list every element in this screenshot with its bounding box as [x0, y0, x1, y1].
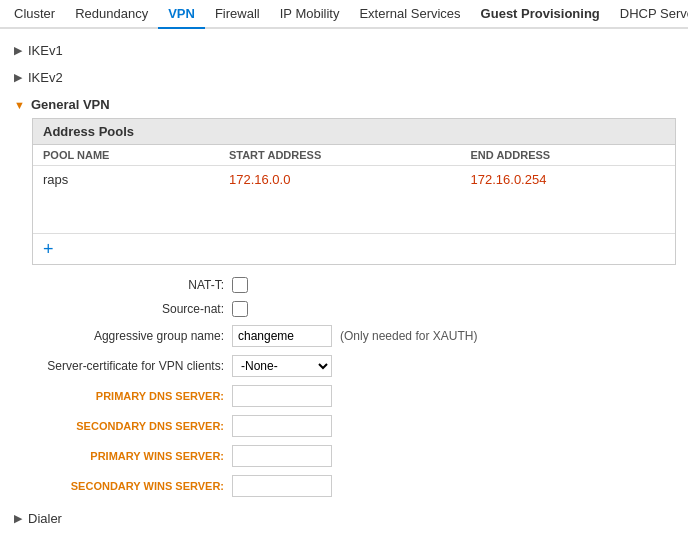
aggressive-group-input[interactable]	[232, 325, 332, 347]
sidebar-item-ikev2[interactable]: ▶ IKEv2	[12, 64, 676, 91]
secondary-wins-row: SECONDARY WINS SERVER:	[32, 475, 676, 497]
sidebar-item-shared-secrets[interactable]: ▶ Shared Secrets	[12, 532, 676, 539]
general-vpn-label: General VPN	[31, 97, 110, 112]
pool-name-cell: raps	[33, 166, 219, 194]
primary-wins-label: PRIMARY WINS SERVER:	[32, 450, 232, 462]
aggressive-group-label: Aggressive group name:	[32, 329, 232, 343]
main-content: ▶ IKEv1 ▶ IKEv2 ▼ General VPN Address Po…	[0, 29, 688, 539]
table-row[interactable]: raps 172.16.0.0 172.16.0.254	[33, 166, 675, 194]
primary-wins-input[interactable]	[232, 445, 332, 467]
nat-t-label: NAT-T:	[32, 278, 232, 292]
nat-t-row: NAT-T:	[32, 277, 676, 293]
col-pool-name: POOL NAME	[33, 145, 219, 166]
sidebar-item-label: IKEv2	[28, 70, 63, 85]
sidebar-item-ikev1[interactable]: ▶ IKEv1	[12, 37, 676, 64]
tab-redundancy[interactable]: Redundancy	[65, 0, 158, 29]
tab-cluster[interactable]: Cluster	[4, 0, 65, 29]
server-cert-select[interactable]: -None-	[232, 355, 332, 377]
sidebar-item-general-vpn[interactable]: ▼ General VPN	[12, 91, 676, 118]
tab-firewall[interactable]: Firewall	[205, 0, 270, 29]
tab-guest-provisioning[interactable]: Guest Provisioning	[471, 0, 610, 29]
add-row: +	[33, 233, 675, 264]
aggressive-group-row: Aggressive group name: (Only needed for …	[32, 325, 676, 347]
source-nat-label: Source-nat:	[32, 302, 232, 316]
sidebar-item-dialer[interactable]: ▶ Dialer	[12, 505, 676, 532]
col-end-address: END ADDRESS	[461, 145, 675, 166]
source-nat-row: Source-nat:	[32, 301, 676, 317]
address-pools-title: Address Pools	[33, 119, 675, 145]
primary-wins-row: PRIMARY WINS SERVER:	[32, 445, 676, 467]
chevron-down-icon: ▼	[14, 99, 25, 111]
tab-vpn[interactable]: VPN	[158, 0, 205, 29]
secondary-wins-label: SECONDARY WINS SERVER:	[32, 480, 232, 492]
address-pools-table: POOL NAME START ADDRESS END ADDRESS raps…	[33, 145, 675, 233]
primary-dns-row: PRIMARY DNS SERVER:	[32, 385, 676, 407]
general-vpn-body: Address Pools POOL NAME START ADDRESS EN…	[32, 118, 676, 497]
aggressive-group-note: (Only needed for XAUTH)	[340, 329, 477, 343]
primary-dns-label: PRIMARY DNS SERVER:	[32, 390, 232, 402]
dialer-label: Dialer	[28, 511, 62, 526]
address-pools-container: Address Pools POOL NAME START ADDRESS EN…	[32, 118, 676, 265]
secondary-dns-input[interactable]	[232, 415, 332, 437]
tab-ip-mobility[interactable]: IP Mobility	[270, 0, 350, 29]
add-pool-button[interactable]: +	[43, 240, 54, 258]
tab-external-services[interactable]: External Services	[349, 0, 470, 29]
chevron-right-icon: ▶	[14, 512, 22, 525]
chevron-right-icon: ▶	[14, 44, 22, 57]
chevron-right-icon: ▶	[14, 71, 22, 84]
secondary-wins-input[interactable]	[232, 475, 332, 497]
sidebar-item-label: IKEv1	[28, 43, 63, 58]
server-cert-row: Server-certificate for VPN clients: -Non…	[32, 355, 676, 377]
server-cert-select-container: -None-	[232, 355, 332, 377]
secondary-dns-label: SECONDARY DNS SERVER:	[32, 420, 232, 432]
end-address-cell: 172.16.0.254	[461, 166, 675, 194]
primary-dns-input[interactable]	[232, 385, 332, 407]
start-address-cell: 172.16.0.0	[219, 166, 461, 194]
server-cert-label: Server-certificate for VPN clients:	[32, 359, 232, 373]
col-start-address: START ADDRESS	[219, 145, 461, 166]
tab-dhcp-server[interactable]: DHCP Server	[610, 0, 688, 29]
secondary-dns-row: SECONDARY DNS SERVER:	[32, 415, 676, 437]
source-nat-checkbox[interactable]	[232, 301, 248, 317]
vpn-form: NAT-T: Source-nat: Aggressive group name…	[32, 277, 676, 497]
nat-t-checkbox[interactable]	[232, 277, 248, 293]
top-nav: Cluster Redundancy VPN Firewall IP Mobil…	[0, 0, 688, 29]
